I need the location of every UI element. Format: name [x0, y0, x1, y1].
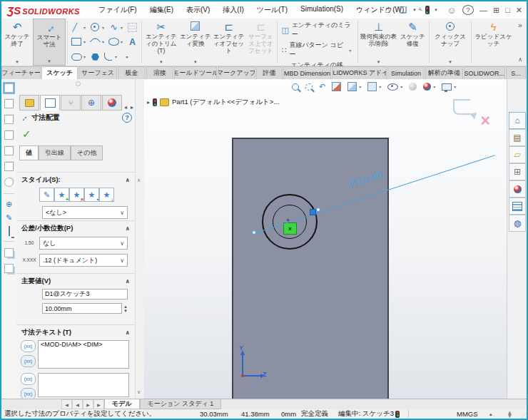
new-document-icon[interactable]: ❏ — [398, 5, 408, 15]
display-tool-icon[interactable] — [9, 226, 10, 236]
precision-dropdown[interactable]: .12 (ドキュメント) ∨ — [39, 254, 128, 267]
convert-entities-button[interactable]: エンティティ変換 ▾ — [179, 19, 212, 66]
apply-scene-caret-icon[interactable]: ▾ — [433, 84, 435, 89]
repair-sketch-button[interactable]: ✎ スケッチ修復 — [397, 19, 427, 66]
tab-simulation[interactable]: Simulation — [387, 66, 425, 79]
tag-icon[interactable]: ⧫ — [508, 410, 512, 418]
nav-next-icon[interactable]: ▶ — [83, 399, 93, 409]
hide-show-caret-icon[interactable]: ▾ — [400, 84, 402, 89]
tab-features[interactable]: フィーチャー — [1, 66, 41, 79]
unit-system[interactable]: MMGS — [457, 410, 478, 418]
tab-markup[interactable]: マークアップ — [218, 66, 255, 79]
ellipse-caret-icon[interactable]: ▾ — [121, 39, 126, 44]
dimension-text-area-2[interactable] — [38, 373, 129, 397]
smart-dimension-button[interactable]: ↔ スマート寸法 ▾ — [33, 19, 66, 66]
tab-featuremanager-tree[interactable] — [19, 95, 39, 111]
pm-tabs-back-icon[interactable]: ◂ — [123, 104, 128, 111]
taskpane-appearances-button[interactable] — [509, 180, 526, 198]
document-cube-icon-active[interactable] — [4, 83, 14, 93]
trim-entities-button[interactable]: ✂ エンティティのトリム(T) ▾ — [143, 19, 179, 66]
menu-file[interactable]: ファイル(F) — [93, 3, 143, 17]
ribbon-overflow-icon[interactable]: » — [518, 21, 522, 29]
document-cube-icon[interactable] — [4, 162, 14, 171]
relations-caret-icon[interactable]: ▾ — [377, 59, 380, 66]
quick-snaps-caret-icon[interactable]: ▾ — [449, 59, 452, 66]
tab-analysis-preparation[interactable]: 解析の準備 — [425, 66, 462, 79]
sketch-edit-icon[interactable]: ✎ — [6, 214, 12, 221]
taskpane-forum-button[interactable]: ◍ — [509, 215, 526, 232]
menu-view[interactable]: 表示(V) — [181, 3, 215, 17]
zoom-to-area-icon[interactable] — [305, 83, 313, 91]
dim-text-callout-button-3[interactable]: (xx) — [21, 373, 36, 385]
maximize-button[interactable]: □ — [505, 6, 510, 14]
mirror-entities-button[interactable]: ◫ エンティティのミラー — [279, 20, 355, 40]
tree-part-label[interactable]: Part1 (デフォルト<<デフォルト>... — [172, 98, 279, 107]
fillet-caret-icon[interactable]: ▾ — [115, 54, 120, 59]
nav-first-icon[interactable]: ◀ — [61, 399, 72, 409]
units-caret-icon[interactable]: ▴ — [489, 411, 492, 417]
scrollbar-up-icon[interactable]: ∧ — [137, 178, 141, 183]
home-icon[interactable]: ⌂ — [382, 5, 392, 15]
offset-entities-button[interactable]: ⊏ エンティティオフセット — [212, 19, 246, 66]
trim-caret-icon[interactable]: ▾ — [160, 59, 163, 66]
hide-show-items-icon[interactable] — [387, 83, 398, 91]
tab-dimxpertmanager[interactable]: ⊕ — [81, 95, 101, 111]
tab-configurationmanager[interactable]: ⑂ — [61, 95, 81, 111]
tab-evaluate[interactable]: 評価 — [256, 66, 283, 79]
graphics-viewport[interactable]: ↶ ▾ ▾ ▾ ▾ ▾ ▸ Part1 (デフォルト<<デフォルト>... × … — [143, 79, 507, 399]
point-tool-button[interactable]: ▪ — [121, 51, 133, 63]
apply-scene-icon[interactable] — [423, 83, 431, 91]
sketch-picture-button[interactable] — [126, 21, 138, 34]
dimension-value-field[interactable] — [42, 303, 122, 314]
scrollbar-down-icon[interactable]: ∨ — [137, 389, 141, 395]
spline-caret-icon[interactable]: ▾ — [121, 25, 126, 30]
view-orientation-icon[interactable] — [347, 82, 357, 91]
tab-leaders[interactable]: 引出線 — [39, 145, 71, 160]
spinner-down-icon[interactable]: ▼ — [123, 309, 128, 313]
linear-pattern-caret-icon[interactable]: ▾ — [349, 48, 354, 53]
menu-simulation[interactable]: Simulation(S) — [295, 3, 349, 17]
exit-sketch-button[interactable]: ↶ スケッチ終了 ▾ — [1, 19, 33, 66]
panel-resize-handle[interactable] — [76, 81, 81, 86]
tab-weldments[interactable]: 溶接 — [146, 66, 174, 79]
display-style-icon[interactable] — [367, 82, 377, 91]
tab-propertymanager[interactable] — [40, 95, 60, 111]
dim-text-callout-button[interactable]: (xx) — [21, 340, 36, 352]
help-icon[interactable]: ? — [462, 5, 474, 15]
style-load-button[interactable]: ★↓ — [99, 188, 114, 202]
dimension-text-collapse-icon[interactable]: ∧ — [126, 329, 131, 336]
ribbon-collapse-icon[interactable]: ∧ — [518, 56, 522, 63]
layered-cube-icon[interactable] — [4, 264, 14, 273]
tab-solidworks-overflow[interactable]: SOLIDWOR... — [464, 66, 505, 79]
zoom-to-fit-icon[interactable] — [292, 83, 299, 91]
document-cube-icon[interactable] — [4, 115, 14, 124]
style-apply-default-button[interactable]: ✎ — [39, 188, 54, 202]
quick-snaps-button[interactable]: クィックスナップ ▾ — [431, 19, 469, 66]
convert-caret-icon[interactable]: ▾ — [194, 59, 197, 66]
traffic-caret-icon[interactable]: ▾ — [431, 7, 441, 13]
display-style-caret-icon[interactable]: ▾ — [379, 84, 381, 89]
user-account-icon[interactable]: ☺ — [447, 5, 457, 16]
section-view-icon[interactable] — [332, 82, 341, 91]
style-add-button[interactable]: ★+ — [54, 188, 69, 202]
value-spinner[interactable]: ▲▼ — [122, 304, 128, 313]
ellipse-tool-button[interactable] — [108, 36, 120, 48]
pm-tabs-forward-icon[interactable]: ▸ — [129, 104, 135, 111]
rapid-sketch-button[interactable]: ϟ ラピッドスケッチ — [473, 19, 514, 66]
tab-value[interactable]: 値 — [19, 145, 39, 160]
line-tool-button[interactable]: ╱ — [71, 21, 83, 34]
primary-collapse-icon[interactable]: ∧ — [126, 278, 131, 285]
taskpane-view-palette-button[interactable]: ⊞ — [509, 163, 526, 180]
nav-last-icon[interactable]: ▶ — [93, 399, 104, 409]
close-button[interactable]: ✕ — [516, 6, 522, 15]
confirmation-corner-exit-icon[interactable] — [453, 99, 470, 115]
confirmation-corner-cancel-icon[interactable]: × — [481, 113, 490, 128]
nav-prev-icon[interactable]: ◀ — [72, 399, 83, 409]
circle-caret-icon[interactable]: ▾ — [102, 25, 107, 30]
document-sphere-icon[interactable] — [4, 178, 14, 187]
line-caret-icon[interactable]: ▾ — [83, 25, 88, 30]
slot-caret-icon[interactable]: ▾ — [83, 54, 88, 59]
tab-overflow-more[interactable]: S... — [506, 66, 526, 79]
dimension-arc-handle[interactable] — [316, 208, 320, 212]
tolerance-collapse-icon[interactable]: ∧ — [126, 225, 131, 232]
